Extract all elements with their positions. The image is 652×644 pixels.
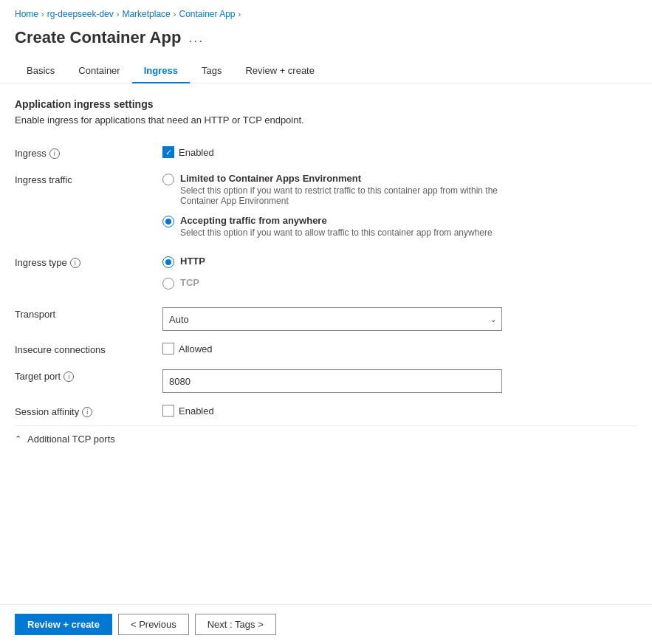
insecure-connections-row: Insecure connections Allowed xyxy=(15,337,637,363)
ingress-type-http-labels: HTTP xyxy=(180,256,205,267)
ingress-type-row: Ingress type i HTTP TCP xyxy=(15,250,637,301)
additional-tcp-ports-label: Additional TCP ports xyxy=(27,434,115,445)
ingress-traffic-control: Limited to Container Apps Environment Se… xyxy=(162,173,637,244)
ingress-traffic-anywhere-radio-inner xyxy=(165,219,171,225)
tabs: Basics Container Ingress Tags Review + c… xyxy=(0,59,652,83)
session-affinity-checkbox[interactable] xyxy=(162,405,174,417)
session-affinity-label: Session affinity i xyxy=(15,405,162,417)
breadcrumb-sep-4: › xyxy=(239,10,241,18)
breadcrumb-sep-1: › xyxy=(41,10,44,18)
ingress-traffic-anywhere-labels: Accepting traffic from anywhere Select t… xyxy=(180,215,493,238)
tab-review-create[interactable]: Review + create xyxy=(233,59,326,83)
ingress-traffic-label: Ingress traffic xyxy=(15,173,162,185)
target-port-info-icon[interactable]: i xyxy=(64,371,74,382)
session-affinity-info-icon[interactable]: i xyxy=(82,407,92,417)
footer: Review + create < Previous Next : Tags > xyxy=(0,604,652,644)
ingress-info-icon[interactable]: i xyxy=(49,148,60,159)
session-affinity-control: Enabled xyxy=(162,405,637,417)
tab-ingress[interactable]: Ingress xyxy=(132,59,190,83)
ingress-type-info-icon[interactable]: i xyxy=(70,258,80,268)
ingress-type-tcp-wrapper[interactable]: TCP xyxy=(162,277,199,290)
content-area: Application ingress settings Enable ingr… xyxy=(0,83,652,467)
ingress-traffic-anywhere-desc: Select this option if you want to allow … xyxy=(180,227,493,238)
target-port-label: Target port i xyxy=(15,369,162,382)
transport-select-wrapper: Auto ⌄ xyxy=(162,307,502,331)
ingress-type-tcp-label: TCP xyxy=(180,277,199,288)
ingress-type-http-radio-inner xyxy=(165,259,171,265)
target-port-row: Target port i xyxy=(15,363,637,399)
ingress-enabled-checkbox-wrapper[interactable]: Enabled xyxy=(162,146,214,158)
transport-label: Transport xyxy=(15,307,162,320)
ingress-traffic-limited-label: Limited to Container Apps Environment xyxy=(180,173,498,184)
ingress-type-tcp-radio[interactable] xyxy=(162,278,174,290)
page-title: Create Container App xyxy=(15,28,181,47)
ingress-type-label: Ingress type i xyxy=(15,256,162,268)
breadcrumb-marketplace[interactable]: Marketplace xyxy=(122,9,170,19)
insecure-connections-label: Insecure connections xyxy=(15,343,162,355)
ingress-traffic-row: Ingress traffic Limited to Container App… xyxy=(15,167,637,250)
next-button[interactable]: Next : Tags > xyxy=(195,614,276,635)
breadcrumb-container-app[interactable]: Container App xyxy=(179,9,235,19)
transport-select[interactable]: Auto xyxy=(162,307,502,331)
tab-tags[interactable]: Tags xyxy=(190,59,233,83)
breadcrumb: Home › rg-deepseek-dev › Marketplace › C… xyxy=(0,0,652,25)
collapsible-expand-icon: ⌃ xyxy=(15,434,21,444)
tab-basics[interactable]: Basics xyxy=(15,59,66,83)
breadcrumb-sep-2: › xyxy=(117,10,120,18)
previous-button[interactable]: < Previous xyxy=(118,614,189,635)
ingress-label: Ingress i xyxy=(15,146,162,159)
ingress-row: Ingress i Enabled xyxy=(15,140,637,167)
breadcrumb-sep-3: › xyxy=(174,10,176,18)
tab-container[interactable]: Container xyxy=(66,59,131,83)
target-port-control xyxy=(162,369,637,393)
ingress-traffic-anywhere-label: Accepting traffic from anywhere xyxy=(180,215,493,226)
review-create-button[interactable]: Review + create xyxy=(15,614,112,635)
insecure-connections-checkbox-wrapper[interactable]: Allowed xyxy=(162,343,213,354)
page-title-row: Create Container App ... xyxy=(0,25,652,59)
session-affinity-row: Session affinity i Enabled xyxy=(15,399,637,425)
section-description: Enable ingress for applications that nee… xyxy=(15,114,637,126)
insecure-connections-checkbox[interactable] xyxy=(162,343,174,354)
transport-row: Transport Auto ⌄ xyxy=(15,301,637,337)
transport-control: Auto ⌄ xyxy=(162,307,637,331)
ingress-traffic-limited-wrapper[interactable]: Limited to Container Apps Environment Se… xyxy=(162,173,498,206)
ingress-type-http-wrapper[interactable]: HTTP xyxy=(162,256,205,268)
insecure-connections-control: Allowed xyxy=(162,343,637,354)
breadcrumb-home[interactable]: Home xyxy=(15,9,38,19)
target-port-input[interactable] xyxy=(162,369,502,393)
ingress-enabled-checkbox[interactable] xyxy=(162,146,174,158)
ingress-type-http-label: HTTP xyxy=(180,256,205,267)
ingress-traffic-anywhere-radio[interactable] xyxy=(162,216,174,227)
session-affinity-checkbox-wrapper[interactable]: Enabled xyxy=(162,405,214,417)
ingress-traffic-limited-radio[interactable] xyxy=(162,174,174,185)
ingress-type-control: HTTP TCP xyxy=(162,256,637,295)
page-title-menu-icon[interactable]: ... xyxy=(188,30,204,46)
ingress-enabled-label: Enabled xyxy=(179,147,214,158)
ingress-traffic-limited-desc: Select this option if you want to restri… xyxy=(180,185,498,206)
breadcrumb-rg[interactable]: rg-deepseek-dev xyxy=(47,9,114,19)
ingress-traffic-anywhere-wrapper[interactable]: Accepting traffic from anywhere Select t… xyxy=(162,215,493,238)
section-title: Application ingress settings xyxy=(15,98,637,110)
ingress-type-tcp-labels: TCP xyxy=(180,277,199,288)
ingress-control: Enabled xyxy=(162,146,637,158)
ingress-traffic-limited-labels: Limited to Container Apps Environment Se… xyxy=(180,173,498,206)
session-affinity-checkbox-label: Enabled xyxy=(179,405,214,417)
additional-tcp-ports-header[interactable]: ⌃ Additional TCP ports xyxy=(15,425,637,452)
insecure-connections-checkbox-label: Allowed xyxy=(179,343,213,354)
ingress-type-http-radio[interactable] xyxy=(162,256,174,268)
